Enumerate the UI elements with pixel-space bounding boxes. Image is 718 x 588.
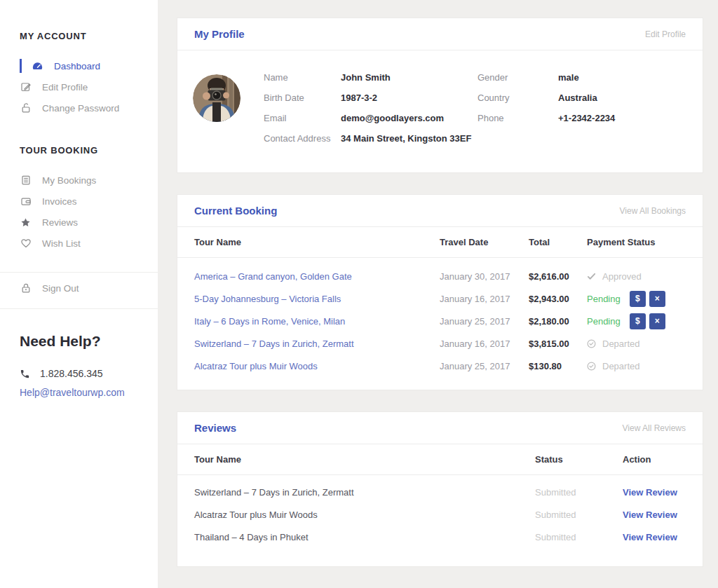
sidebar-item-edit-profile[interactable]: Edit Profile — [0, 76, 158, 97]
booking-total: $2,180.00 — [529, 316, 587, 327]
sidebar-item-label: Invoices — [42, 196, 77, 207]
main-content: My Profile Edit Profile — [177, 0, 703, 567]
booking-total: $3,815.00 — [529, 339, 587, 349]
column-tour-name: Tour Name — [194, 237, 440, 247]
field-label: Name — [264, 72, 341, 83]
sidebar-item-sign-out[interactable]: Sign Out — [0, 278, 158, 299]
unlock-icon — [20, 102, 32, 114]
field-value: John Smith — [341, 72, 391, 83]
travel-date: January 16, 2017 — [440, 339, 529, 349]
profile-field-birth-date: Birth Date 1987-3-2 — [264, 88, 477, 108]
sidebar-item-label: Dashboard — [54, 61, 100, 71]
field-value: 34 Main Street, Kingston 33EF — [341, 133, 471, 144]
field-value: male — [558, 72, 579, 83]
table-row: Alcatraz Tour plus Muir Woods Submitted … — [194, 503, 686, 526]
need-help-title: Need Help? — [20, 333, 158, 350]
wallet-icon — [20, 196, 32, 207]
profile-field-email: Email demo@goodlayers.com — [264, 108, 477, 128]
help-email-link[interactable]: Help@traveltourwp.com — [20, 387, 158, 398]
sidebar-item-label: My Bookings — [42, 175, 96, 186]
field-value: demo@goodlayers.com — [341, 113, 444, 123]
tour-booking-section: TOUR BOOKING My Bookings Invoices Review… — [0, 145, 158, 254]
phone-icon — [20, 369, 30, 379]
sidebar-item-label: Reviews — [42, 217, 78, 228]
column-payment-status: Payment Status — [587, 237, 686, 247]
reviews-card-title: Reviews — [194, 422, 236, 434]
tour-link[interactable]: Switzerland – 7 Days in Zurich, Zermatt — [194, 339, 354, 349]
table-row: 5-Day Johannesburg – Victoria Falls Janu… — [194, 287, 686, 310]
sidebar-item-reviews[interactable]: Reviews — [0, 212, 158, 233]
booking-nav: My Bookings Invoices Reviews Wish List — [0, 170, 158, 254]
profile-field-phone: Phone +1-2342-2234 — [477, 108, 686, 128]
field-label: Gender — [477, 72, 558, 83]
reviews-table-body: Switzerland – 7 Days in Zurich, Zermatt … — [177, 475, 703, 566]
review-tour-name: Switzerland – 7 Days in Zurich, Zermatt — [194, 487, 535, 498]
table-row: America – Grand canyon, Golden Gate Janu… — [194, 265, 686, 287]
travel-date: January 16, 2017 — [440, 294, 529, 304]
booking-table-header: Tour Name Travel Date Total Payment Stat… — [177, 227, 703, 258]
sidebar-item-invoices[interactable]: Invoices — [0, 191, 158, 212]
view-all-reviews-link[interactable]: View All Reviews — [623, 423, 686, 433]
status-pending: Pending — [587, 316, 621, 327]
column-total: Total — [529, 237, 587, 247]
review-status: Submitted — [535, 487, 623, 498]
profile-field-contact-address: Contact Address 34 Main Street, Kingston… — [264, 128, 477, 149]
reviews-table-header: Tour Name Status Action — [177, 444, 703, 475]
sidebar-item-label: Edit Profile — [42, 82, 88, 93]
review-tour-name: Alcatraz Tour plus Muir Woods — [194, 510, 535, 520]
review-status: Submitted — [535, 510, 623, 520]
status-pending: Pending — [587, 294, 621, 304]
circle-check-icon — [587, 362, 596, 371]
field-label: Phone — [477, 113, 558, 123]
tour-link[interactable]: 5-Day Johannesburg – Victoria Falls — [194, 294, 341, 304]
account-nav: Dashboard Edit Profile Change Password — [0, 55, 158, 118]
sidebar: MY ACCOUNT Dashboard Edit Profile Change… — [0, 0, 158, 588]
sidebar-divider — [0, 308, 158, 309]
sidebar-item-change-password[interactable]: Change Password — [0, 97, 158, 118]
status-departed: Departed — [587, 339, 639, 349]
booking-card-title: Current Booking — [194, 205, 277, 217]
cancel-booking-button[interactable]: × — [649, 313, 665, 329]
column-travel-date: Travel Date — [440, 237, 529, 247]
table-row: Switzerland – 7 Days in Zurich, Zermatt … — [194, 481, 686, 503]
booking-total: $130.80 — [529, 361, 587, 371]
booking-total: $2,943.00 — [529, 294, 587, 304]
profile-field-name: Name John Smith — [264, 67, 477, 88]
tour-link[interactable]: America – Grand canyon, Golden Gate — [194, 271, 352, 282]
dashboard-icon — [32, 60, 43, 72]
travel-date: January 30, 2017 — [440, 271, 529, 282]
review-status: Submitted — [535, 532, 623, 542]
profile-fields-left: Name John Smith Birth Date 1987-3-2 Emai… — [264, 67, 477, 149]
edit-icon — [20, 81, 32, 93]
view-review-link[interactable]: View Review — [623, 487, 677, 498]
sidebar-item-label: Change Password — [42, 103, 119, 114]
profile-field-country: Country Australia — [477, 88, 686, 108]
tour-link[interactable]: Alcatraz Tour plus Muir Woods — [194, 361, 318, 371]
heart-icon — [20, 238, 32, 249]
pay-button[interactable]: $ — [630, 291, 646, 307]
column-action: Action — [623, 454, 686, 465]
table-row: Italy – 6 Days in Rome, Venice, Milan Ja… — [194, 310, 686, 332]
edit-profile-link[interactable]: Edit Profile — [645, 29, 686, 39]
field-label: Email — [264, 113, 341, 123]
help-phone-number: 1.828.456.345 — [40, 368, 103, 379]
sidebar-item-dashboard[interactable]: Dashboard — [0, 55, 158, 76]
view-all-bookings-link[interactable]: View All Bookings — [620, 206, 686, 216]
pay-button[interactable]: $ — [630, 313, 646, 329]
field-value: 1987-3-2 — [341, 93, 377, 103]
column-tour-name: Tour Name — [194, 454, 535, 465]
table-row: Alcatraz Tour plus Muir Woods January 25… — [194, 355, 686, 377]
profile-card-title: My Profile — [194, 28, 245, 40]
check-icon — [587, 272, 596, 281]
cancel-booking-button[interactable]: × — [649, 291, 665, 307]
padlock-icon — [20, 282, 32, 294]
table-row: Thailand – 4 Days in Phuket Submitted Vi… — [194, 526, 686, 548]
sidebar-item-my-bookings[interactable]: My Bookings — [0, 170, 158, 191]
tour-link[interactable]: Italy – 6 Days in Rome, Venice, Milan — [194, 316, 345, 327]
view-review-link[interactable]: View Review — [623, 510, 677, 520]
sidebar-item-wish-list[interactable]: Wish List — [0, 233, 158, 254]
profile-field-gender: Gender male — [477, 67, 686, 88]
travel-date: January 25, 2017 — [440, 316, 529, 327]
view-review-link[interactable]: View Review — [623, 532, 677, 542]
need-help-block: Need Help? 1.828.456.345 Help@traveltour… — [0, 333, 158, 398]
